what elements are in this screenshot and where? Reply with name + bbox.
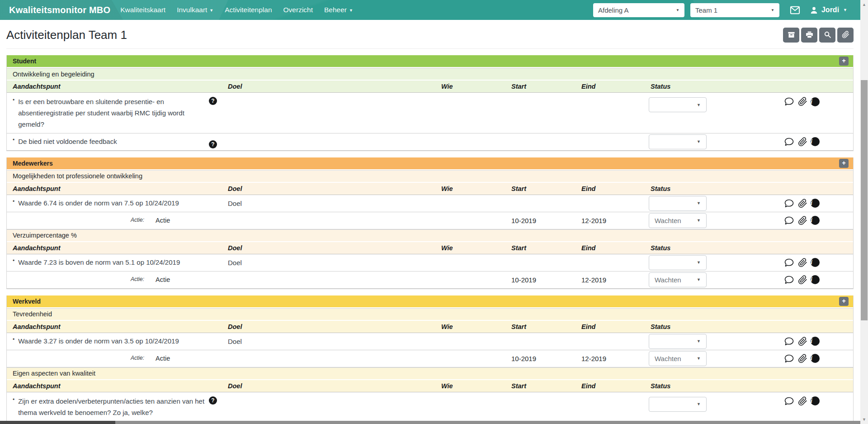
paperclip-icon[interactable] <box>798 275 807 285</box>
aandachtspunt-cell: •Zijn er extra doelen/verbeterpunten/act… <box>7 392 228 421</box>
status-select[interactable]: ▼ <box>649 397 707 412</box>
actie-value: Actie <box>156 217 170 224</box>
paperclip-icon[interactable] <box>798 97 807 106</box>
caret-down-icon: ▼ <box>697 402 701 406</box>
horizontal-scrollbar[interactable] <box>0 421 868 424</box>
search-button[interactable] <box>819 28 835 43</box>
status-select-value: Wachten <box>655 217 681 224</box>
comment-icon[interactable] <box>783 353 795 364</box>
status-select[interactable]: ▼ <box>649 334 707 349</box>
comment-icon[interactable] <box>783 137 795 147</box>
comment-icon[interactable] <box>783 96 795 107</box>
team-select[interactable]: Team 1 ▼ <box>690 3 779 17</box>
status-select[interactable]: ▼ <box>649 255 707 270</box>
envelope-icon[interactable] <box>789 5 801 15</box>
caret-down-icon: ▼ <box>349 8 353 13</box>
comment-icon[interactable] <box>783 215 795 226</box>
scroll-up-arrow-icon[interactable]: ▲ <box>860 2 868 7</box>
caret-down-icon: ▼ <box>676 8 679 12</box>
print-button[interactable] <box>801 28 817 43</box>
status-select[interactable]: ▼ <box>649 196 707 211</box>
table-row: Actie:Actie10-201912-2019Wachten▼i <box>7 350 853 367</box>
nav-item-kwaliteitskaart[interactable]: Kwaliteitskaart <box>120 6 165 14</box>
info-icon[interactable]: i <box>811 354 820 363</box>
column-header-wie: Wie <box>441 185 511 192</box>
archive-icon <box>788 31 795 40</box>
row-actions: i <box>783 275 820 285</box>
status-select[interactable]: ▼ <box>649 134 707 149</box>
column-header-start: Start <box>511 382 581 390</box>
comment-icon[interactable] <box>783 257 795 268</box>
actie-label: Actie: <box>13 276 144 283</box>
paperclip-icon[interactable] <box>798 199 807 208</box>
paperclip-icon[interactable] <box>798 216 807 225</box>
paperclip-icon[interactable] <box>798 258 807 267</box>
info-icon[interactable]: i <box>811 337 820 346</box>
column-header-eind: Eind <box>581 382 651 390</box>
eind-cell <box>581 392 651 398</box>
row-actions: i <box>783 137 820 147</box>
subsection-title: Eigen aspecten van kwaliteit <box>7 367 853 380</box>
aandachtspunt-text: Waarde 6.74 is onder de norm van 7.5 op … <box>18 197 204 209</box>
column-header-status: Status <box>651 83 727 90</box>
column-header-aandachtspunt: Aandachtspunt <box>7 382 228 390</box>
caret-down-icon: ▼ <box>697 260 701 265</box>
paperclip-icon[interactable] <box>798 354 807 363</box>
comment-icon[interactable] <box>783 198 795 209</box>
comment-icon[interactable] <box>783 396 795 406</box>
page-header: Activiteitenplan Team 1 <box>6 20 854 49</box>
doel-cell <box>228 392 441 398</box>
column-header-eind: Eind <box>581 185 651 192</box>
horizontal-scrollbar-thumb[interactable] <box>0 421 115 424</box>
afdeling-select-value: Afdeling A <box>598 6 629 14</box>
aandachtspunt-cell: Actie:Actie <box>7 355 228 362</box>
start-cell <box>511 93 581 99</box>
nav-item-beheer[interactable]: Beheer▼ <box>324 6 353 14</box>
info-icon[interactable]: i <box>811 199 820 208</box>
row-actions: i <box>783 257 820 268</box>
column-header-row: AandachtspuntDoelWieStartEindStatus <box>7 242 853 254</box>
attachment-button[interactable] <box>837 28 854 43</box>
app-brand[interactable]: Kwaliteitsmonitor MBO <box>9 5 110 15</box>
nav-item-invulkaart[interactable]: Invulkaart▼ <box>177 6 213 14</box>
add-item-button[interactable]: + <box>839 159 849 168</box>
section-medewerkers: Medewerkers+Mogelijkheden tot profession… <box>6 157 854 289</box>
help-icon[interactable]: ? <box>209 396 217 405</box>
column-header-status: Status <box>651 323 727 330</box>
info-icon[interactable]: i <box>811 396 820 405</box>
help-icon[interactable]: ? <box>209 97 217 105</box>
add-item-button[interactable]: + <box>839 297 849 306</box>
info-icon[interactable]: i <box>811 275 820 284</box>
column-header-doel: Doel <box>228 83 441 90</box>
paperclip-icon[interactable] <box>798 396 807 406</box>
column-header-doel: Doel <box>228 323 441 330</box>
status-select[interactable]: Wachten▼ <box>649 272 707 287</box>
scroll-down-arrow-icon[interactable]: ▼ <box>860 417 868 422</box>
print-icon <box>806 31 813 40</box>
nav-item-activiteitenplan[interactable]: Activiteitenplan <box>225 6 272 14</box>
status-select[interactable]: Wachten▼ <box>649 213 707 228</box>
comment-icon[interactable] <box>783 336 795 347</box>
afdeling-select[interactable]: Afdeling A ▼ <box>593 3 684 17</box>
column-header-eind: Eind <box>581 83 651 90</box>
info-icon[interactable]: i <box>811 258 820 267</box>
add-item-button[interactable]: + <box>839 57 849 66</box>
vertical-scrollbar[interactable]: ▲ ▼ <box>860 0 868 424</box>
vertical-scrollbar-thumb[interactable] <box>861 80 868 320</box>
actie-value: Actie <box>156 276 170 283</box>
info-icon[interactable]: i <box>811 137 820 146</box>
user-menu[interactable]: Jordi ▼ <box>810 6 847 14</box>
comment-icon[interactable] <box>783 275 795 285</box>
status-select[interactable]: Wachten▼ <box>649 351 707 366</box>
info-icon[interactable]: i <box>811 216 820 225</box>
section-header-student: Student+ <box>7 55 853 68</box>
help-icon[interactable]: ? <box>209 140 217 148</box>
nav-item-overzicht[interactable]: Overzicht <box>283 6 313 14</box>
info-icon[interactable]: i <box>811 97 820 106</box>
archive-button[interactable] <box>783 28 799 43</box>
page-title: Activiteitenplan Team 1 <box>6 28 127 42</box>
paperclip-icon[interactable] <box>798 337 807 346</box>
paperclip-icon[interactable] <box>798 137 807 147</box>
aandachtspunt-cell: •Is er een betrouwbare en sluitende pres… <box>7 93 228 133</box>
status-select[interactable]: ▼ <box>649 97 707 112</box>
